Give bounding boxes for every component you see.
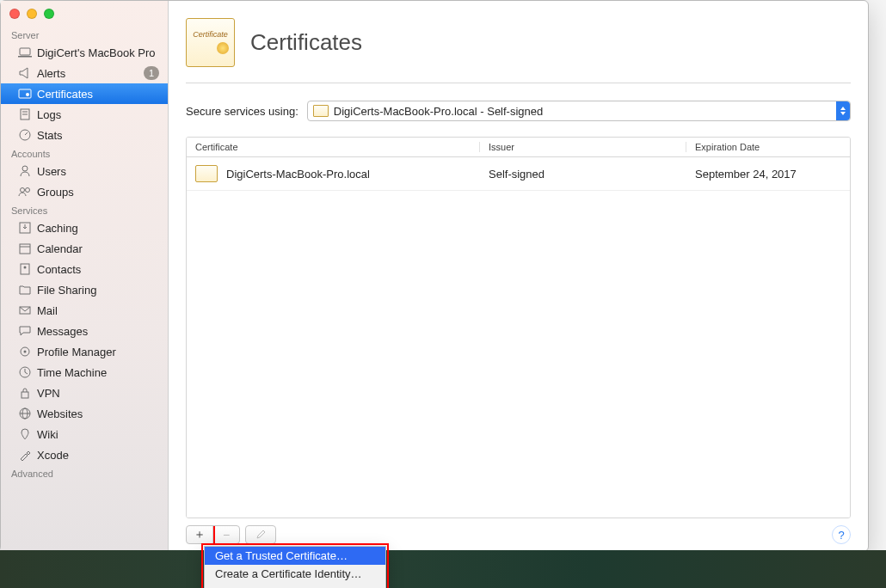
- sidebar-section-accounts: Accounts: [1, 145, 168, 161]
- menu-create-certificate-identity[interactable]: Create a Certificate Identity…: [205, 565, 385, 583]
- sidebar-item-certificates[interactable]: Certificates: [1, 83, 168, 104]
- sidebar-item-label: DigiCert's MacBook Pro: [37, 46, 156, 59]
- sidebar-item-vpn[interactable]: VPN: [1, 383, 168, 403]
- sidebar-item-logs[interactable]: Logs: [1, 104, 168, 125]
- table-toolbar: ＋ − ? Get a Trusted Certificate… Create …: [186, 525, 851, 544]
- sidebar-item-label: Alerts: [37, 67, 65, 80]
- person-icon: [18, 164, 32, 178]
- secure-services-row: Secure services using: DigiCerts-MacBook…: [186, 101, 851, 121]
- certificate-icon: [195, 165, 218, 182]
- sidebar-item-label: Stats: [37, 129, 63, 142]
- page-header: Certificate Certificates: [186, 18, 851, 83]
- certificate-icon: [313, 105, 329, 117]
- server-app-window: Server DigiCert's MacBook Pro Alerts 1 C…: [0, 0, 869, 552]
- sidebar-item-profilemanager[interactable]: Profile Manager: [1, 341, 168, 362]
- sidebar-item-xcode[interactable]: Xcode: [1, 444, 168, 465]
- sidebar-item-label: Xcode: [37, 449, 69, 462]
- secure-services-label: Secure services using:: [186, 105, 298, 118]
- cell-certificate-name: DigiCerts-MacBook-Pro.local: [226, 168, 370, 181]
- sidebar-item-label: VPN: [37, 387, 60, 400]
- svg-rect-13: [20, 244, 30, 254]
- sidebar-item-label: Messages: [37, 325, 88, 338]
- main-content: Certificate Certificates Secure services…: [169, 1, 868, 551]
- sidebar-item-label: Certificates: [37, 88, 93, 101]
- mail-icon: [18, 303, 32, 317]
- minimize-window-button[interactable]: [27, 9, 37, 19]
- table-header: Certificate Issuer Expiration Date: [187, 138, 850, 157]
- sidebar-section-advanced: Advanced: [1, 465, 168, 481]
- clock-icon: [18, 365, 32, 379]
- edit-button[interactable]: [245, 525, 276, 544]
- sidebar-item-label: Profile Manager: [37, 346, 116, 358]
- sidebar-item-stats[interactable]: Stats: [1, 125, 168, 145]
- add-button[interactable]: ＋: [187, 526, 212, 543]
- laptop-icon: [18, 46, 32, 59]
- svg-rect-2: [19, 89, 31, 98]
- download-icon: [18, 221, 32, 235]
- sidebar-item-label: Wiki: [37, 428, 58, 441]
- dropdown-selected-value: DigiCerts-MacBook-Pro.local - Self-signe…: [334, 105, 543, 118]
- secure-services-dropdown[interactable]: DigiCerts-MacBook-Pro.local - Self-signe…: [307, 101, 851, 121]
- people-icon: [18, 185, 32, 199]
- document-icon: [18, 107, 32, 121]
- sidebar-item-alerts[interactable]: Alerts 1: [1, 63, 168, 83]
- addressbook-icon: [18, 262, 32, 276]
- svg-rect-21: [22, 392, 28, 398]
- sidebar-item-contacts[interactable]: Contacts: [1, 259, 168, 279]
- table-row[interactable]: DigiCerts-MacBook-Pro.local Self-signed …: [187, 157, 850, 191]
- column-expiration[interactable]: Expiration Date: [686, 142, 850, 152]
- sidebar-item-label: Websites: [37, 407, 83, 420]
- column-certificate[interactable]: Certificate: [187, 142, 480, 152]
- window-traffic-lights: [9, 9, 54, 19]
- sidebar-item-mail[interactable]: Mail: [1, 300, 168, 321]
- cell-issuer: Self-signed: [480, 168, 686, 181]
- sidebar-item-users[interactable]: Users: [1, 161, 168, 181]
- svg-rect-15: [21, 264, 29, 274]
- sidebar-item-wiki[interactable]: Wiki: [1, 424, 168, 444]
- sidebar-item-label: Groups: [37, 186, 74, 199]
- menu-import-certificate-identity[interactable]: Import a Certificate Identity…: [205, 583, 385, 588]
- sidebar-item-label: Caching: [37, 222, 78, 235]
- pencil-icon: [255, 530, 266, 540]
- alerts-badge: 1: [144, 66, 159, 80]
- sidebar-item-label: Mail: [37, 304, 58, 317]
- zoom-window-button[interactable]: [44, 9, 54, 19]
- sidebar-item-timemachine[interactable]: Time Machine: [1, 362, 168, 383]
- question-icon: ?: [838, 529, 844, 542]
- svg-point-3: [26, 93, 29, 96]
- sidebar-item-label: Contacts: [37, 263, 81, 276]
- megaphone-icon: [18, 66, 32, 80]
- chat-icon: [18, 324, 32, 338]
- close-window-button[interactable]: [9, 9, 20, 19]
- sidebar-item-calendar[interactable]: Calendar: [1, 238, 168, 259]
- table-body: DigiCerts-MacBook-Pro.local Self-signed …: [187, 157, 850, 518]
- certificate-icon: Certificate: [186, 18, 235, 67]
- add-remove-group: ＋ −: [186, 525, 240, 544]
- sidebar-section-server: Server: [1, 27, 168, 42]
- sidebar-item-caching[interactable]: Caching: [1, 217, 168, 238]
- sidebar-item-websites[interactable]: Websites: [1, 403, 168, 424]
- column-issuer[interactable]: Issuer: [480, 142, 686, 152]
- folder-icon: [18, 283, 32, 297]
- sidebar-item-machine[interactable]: DigiCert's MacBook Pro: [1, 42, 168, 63]
- lock-icon: [18, 386, 32, 400]
- sidebar-item-label: Time Machine: [37, 366, 107, 379]
- certificates-table: Certificate Issuer Expiration Date DigiC…: [186, 137, 851, 518]
- help-button[interactable]: ?: [832, 525, 851, 544]
- sidebar-item-filesharing[interactable]: File Sharing: [1, 279, 168, 300]
- svg-point-10: [21, 188, 25, 193]
- svg-point-11: [26, 188, 30, 193]
- plus-icon: ＋: [194, 527, 206, 542]
- minus-icon: −: [223, 528, 230, 542]
- remove-button[interactable]: −: [212, 526, 239, 543]
- sidebar-item-label: Logs: [37, 108, 61, 121]
- gear-icon: [18, 345, 32, 358]
- cell-expiration: September 24, 2017: [686, 168, 850, 181]
- sidebar-item-messages[interactable]: Messages: [1, 321, 168, 341]
- sidebar-item-groups[interactable]: Groups: [1, 181, 168, 202]
- pin-icon: [18, 427, 32, 441]
- menu-get-trusted-certificate[interactable]: Get a Trusted Certificate…: [205, 547, 385, 565]
- add-certificate-menu: Get a Trusted Certificate… Create a Cert…: [204, 546, 386, 588]
- svg-point-19: [24, 351, 27, 353]
- desktop-background: [0, 550, 886, 588]
